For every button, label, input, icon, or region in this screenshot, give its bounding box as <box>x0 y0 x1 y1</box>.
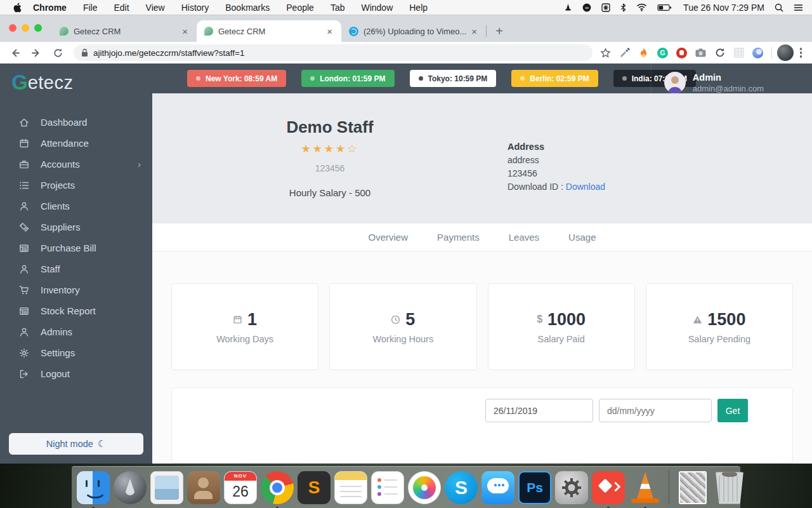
dock-document[interactable] <box>676 471 709 504</box>
dock-photoshop[interactable]: Ps <box>518 471 551 504</box>
tab-leaves[interactable]: Leaves <box>509 232 539 243</box>
chrome-menu-icon[interactable] <box>800 48 802 58</box>
battery-icon[interactable] <box>657 4 672 11</box>
adobe-cc-status-icon[interactable]: ∞ <box>582 3 591 12</box>
menubar-clock[interactable]: Tue 26 Nov 7:29 PM <box>683 3 764 13</box>
menu-history[interactable]: History <box>181 3 209 13</box>
sidebar-item-inventory[interactable]: Inventory <box>0 279 152 300</box>
menu-window[interactable]: Window <box>361 3 393 13</box>
new-tab-button[interactable]: + <box>490 22 508 40</box>
browser-tab-1[interactable]: Getecz CRM × <box>52 20 197 42</box>
dock-finder[interactable] <box>77 471 110 504</box>
tab-usage[interactable]: Usage <box>568 232 596 243</box>
dock-system-preferences[interactable] <box>555 471 588 504</box>
menubar-app-name[interactable]: Chrome <box>33 3 67 13</box>
colorpicker-extension-icon[interactable] <box>617 44 633 61</box>
menu-people[interactable]: People <box>286 3 314 13</box>
dock-notes[interactable] <box>334 471 367 504</box>
nightshift-extension-icon[interactable] <box>750 44 766 61</box>
apple-icon[interactable] <box>13 3 22 13</box>
address-bar[interactable]: ajithjojo.me/geteczcrm/staffview?staff=1 <box>74 44 593 61</box>
app-logo[interactable]: Getecz <box>0 64 152 102</box>
window-zoom-button[interactable] <box>34 24 42 32</box>
user-menu[interactable]: Admin admin@admin.com <box>651 64 764 102</box>
dock-mail[interactable] <box>150 471 183 504</box>
menu-tab[interactable]: Tab <box>331 3 345 13</box>
download-link[interactable]: Download <box>566 182 605 192</box>
report-table-icon <box>19 306 30 316</box>
browser-tab-3[interactable]: (26%) Uploading to Vimeo... × <box>341 20 486 42</box>
sync-extension-icon[interactable] <box>712 44 728 61</box>
adblock-extension-icon[interactable] <box>674 44 690 61</box>
vlc-status-icon[interactable] <box>564 3 572 11</box>
dock-trash[interactable] <box>713 471 746 504</box>
sidebar-item-clients[interactable]: Clients <box>0 196 152 217</box>
sidebar-nav: Dashboard Attendance Accounts › Projects <box>0 102 152 384</box>
stat-card-salary-paid: $ 1000 Salary Paid <box>488 283 635 370</box>
menu-bookmarks[interactable]: Bookmarks <box>225 3 270 13</box>
disabled-extension-icon[interactable] <box>731 44 747 61</box>
user-name: Admin <box>693 72 764 83</box>
from-date-input[interactable] <box>485 399 593 422</box>
wifi-icon[interactable] <box>636 3 647 11</box>
tab-overview[interactable]: Overview <box>369 232 409 243</box>
sidebar-item-purchase-bill[interactable]: Purchase Bill <box>0 237 152 258</box>
timezone-clocks: New York: 08:59 AM London: 01:59 PM Toky… <box>187 70 696 87</box>
dock-messages[interactable] <box>481 471 514 504</box>
reload-button[interactable] <box>49 44 66 61</box>
dock-anydesk[interactable] <box>592 471 625 504</box>
browser-tab-2-active[interactable]: Getecz CRM × <box>197 20 341 42</box>
dock-contacts[interactable] <box>187 471 220 504</box>
sidebar-item-attendance[interactable]: Attendance <box>0 133 152 154</box>
tab-close-icon[interactable]: × <box>469 26 480 37</box>
chrome-profile-avatar[interactable] <box>777 44 794 61</box>
forward-button[interactable] <box>28 44 44 61</box>
sidebar-item-admins[interactable]: Admins <box>0 321 152 342</box>
gear-icon <box>19 348 30 358</box>
dock-chrome[interactable] <box>261 471 294 504</box>
window-close-button[interactable] <box>9 24 16 32</box>
dock-calendar[interactable]: NOV26 <box>224 471 257 504</box>
sidebar-item-staff[interactable]: Staff <box>0 258 152 279</box>
screenshot-extension-icon[interactable] <box>693 44 709 61</box>
menu-file[interactable]: File <box>83 3 98 13</box>
grammarly-extension-icon[interactable]: G <box>655 44 671 61</box>
dock-photos[interactable] <box>408 471 441 504</box>
fan-utility-status-icon[interactable] <box>601 3 610 12</box>
desktop-wallpaper: NOV26 S S Ps <box>0 464 812 508</box>
stat-card-working-days: 1 Working Days <box>171 283 318 370</box>
tab-close-icon[interactable]: × <box>180 26 190 37</box>
tab-payments[interactable]: Payments <box>437 232 480 243</box>
dock-reminders[interactable] <box>371 471 404 504</box>
menu-help[interactable]: Help <box>409 3 428 13</box>
tab-close-icon[interactable]: × <box>324 26 335 37</box>
sidebar-item-logout[interactable]: Logout <box>0 363 152 384</box>
tab-title: Getecz CRM <box>74 27 180 36</box>
menu-view[interactable]: View <box>146 3 165 13</box>
bill-table-icon <box>19 243 30 253</box>
back-button[interactable] <box>6 44 23 61</box>
sidebar-item-projects[interactable]: Projects <box>0 175 152 196</box>
to-date-input[interactable] <box>599 399 712 422</box>
cart-icon <box>19 285 30 295</box>
sidebar-item-stock-report[interactable]: Stock Report <box>0 300 152 321</box>
sidebar-item-accounts[interactable]: Accounts › <box>0 154 152 175</box>
flame-extension-icon[interactable] <box>636 44 652 61</box>
sidebar-item-settings[interactable]: Settings <box>0 342 152 363</box>
night-mode-button[interactable]: Night mode ☾ <box>9 433 143 455</box>
stat-label: Salary Pending <box>688 334 750 344</box>
notification-center-icon[interactable] <box>794 4 803 11</box>
spotlight-search-icon[interactable] <box>775 3 783 12</box>
staff-id: 123456 <box>152 163 508 173</box>
dock-vlc[interactable] <box>629 471 662 504</box>
bluetooth-icon[interactable] <box>620 3 626 12</box>
dock-launchpad[interactable] <box>114 471 147 504</box>
bookmark-star-icon[interactable] <box>598 44 614 61</box>
menu-edit[interactable]: Edit <box>114 3 129 13</box>
get-button[interactable]: Get <box>717 399 748 422</box>
sidebar-item-dashboard[interactable]: Dashboard <box>0 112 152 133</box>
dock-skype[interactable]: S <box>445 471 478 504</box>
dock-sublime-text[interactable]: S <box>298 471 331 504</box>
sidebar-item-suppliers[interactable]: Suppliers <box>0 217 152 237</box>
window-minimize-button[interactable] <box>22 24 29 32</box>
